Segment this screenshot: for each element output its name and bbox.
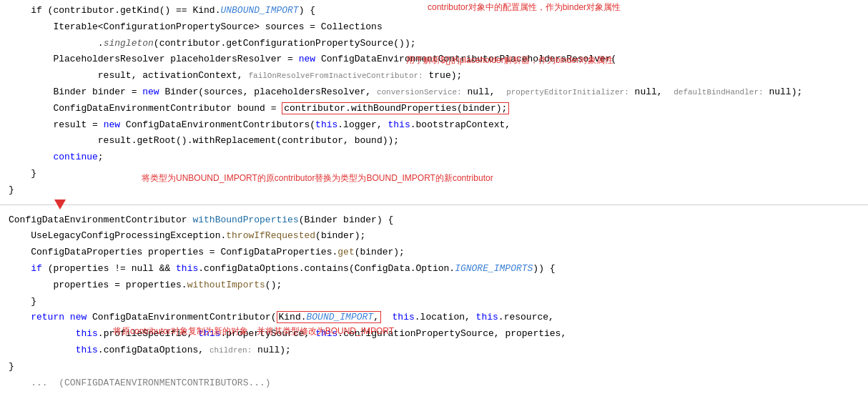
code-line-9: result.getRoot().withReplacement(contrib… xyxy=(0,133,868,149)
bottom-line-6: } xyxy=(0,294,868,310)
bottom-line-3: ConfigDataProperties properties = Config… xyxy=(0,245,868,261)
bottom-code-section: 将原contributor对象复制为新的对象，并将其类型修改为BOUND_IMP… xyxy=(0,205,868,395)
code-line-5: result, activationContext, failOnResolve… xyxy=(0,68,868,84)
code-line-10: continue; xyxy=(0,149,868,166)
bottom-line-4: if (properties != null && this.configDat… xyxy=(0,261,868,277)
code-line-2: Iterable<ConfigurationPropertySource> so… xyxy=(0,19,868,36)
bottom-line-10: } xyxy=(0,359,868,375)
bottom-line-7: return new ConfigDataEnvironmentContribu… xyxy=(0,310,868,326)
code-container: contributor对象中的配置属性，作为binder对象属性 用于解析${}… xyxy=(0,0,868,404)
bottom-line-5: properties = properties.withoutImports()… xyxy=(0,277,868,294)
bottom-line-11: ... (CONFIGDATAENVIRONMENTCONTRIBUTORS..… xyxy=(0,375,868,392)
bottom-line-1: ConfigDataEnvironmentContributor withBou… xyxy=(0,212,868,229)
annotation-placeholder: 用于解析${}的placeholder解析器，作为binder对象属性 xyxy=(406,54,613,66)
code-line-8: result = new ConfigDataEnvironmentContri… xyxy=(0,117,868,134)
down-arrow-icon xyxy=(54,199,66,210)
code-line-12: } xyxy=(0,182,868,199)
annotation-replace: 将类型为UNBOUND_IMPORT的原contributor替换为类型为BOU… xyxy=(142,172,493,184)
annotation-binder-props: contributor对象中的配置属性，作为binder对象属性 xyxy=(428,1,621,14)
code-line-6: Binder binder = new Binder(sources, plac… xyxy=(0,84,868,101)
code-line-7: ConfigDataEnvironmentContributor bound =… xyxy=(0,101,868,117)
bottom-line-2: UseLegacyConfigProcessingException.throw… xyxy=(0,228,868,245)
annotation-copy-type: 将原contributor对象复制为新的对象，并将其类型修改为BOUND_IMP… xyxy=(113,325,394,338)
bottom-line-9: this.configDataOptions, children: null); xyxy=(0,343,868,359)
code-line-3: .singleton(contributor.getConfigurationP… xyxy=(0,36,868,52)
top-code-section: contributor对象中的配置属性，作为binder对象属性 用于解析${}… xyxy=(0,0,868,205)
